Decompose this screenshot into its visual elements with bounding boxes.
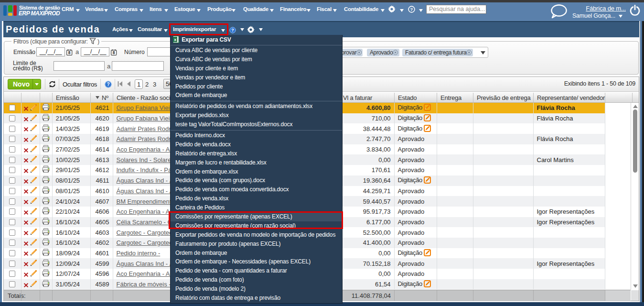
- svg-text:?: ?: [107, 82, 109, 87]
- svg-text:8: 8: [113, 50, 115, 55]
- svg-text:X: X: [174, 38, 177, 42]
- svg-text:8: 8: [68, 50, 71, 55]
- svg-text:?: ?: [231, 27, 234, 33]
- svg-text:?: ?: [410, 7, 413, 12]
